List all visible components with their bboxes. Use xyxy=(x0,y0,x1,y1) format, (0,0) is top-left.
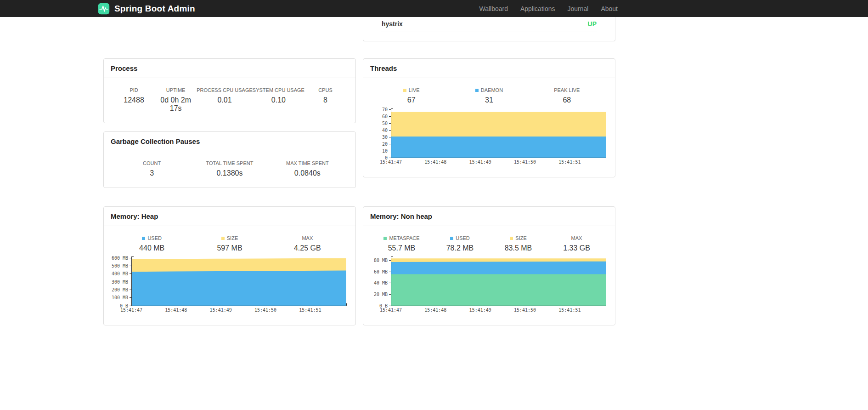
legend-swatch-live xyxy=(403,89,406,92)
svg-text:15:41:50: 15:41:50 xyxy=(514,308,536,313)
metric-label: METASPACE xyxy=(372,235,431,241)
memory-nonheap-panel-title: Memory: Non heap xyxy=(370,212,608,220)
svg-text:60: 60 xyxy=(382,114,388,119)
row-process-threads: Process PID 12488 UPTIME 0d 0h 2m 17s PR… xyxy=(103,58,615,188)
svg-text:15:41:48: 15:41:48 xyxy=(424,159,446,165)
legend-swatch-size xyxy=(221,237,225,240)
metric-label-text: MAX xyxy=(302,235,313,241)
dashboard-content: hystrix UP Process PID 12488 UPTIME xyxy=(103,17,615,325)
application-row-hystrix[interactable]: hystrix UP xyxy=(381,17,597,32)
gc-metrics: COUNT 3 TOTAL TIME SPENT 0.1380s MAX TIM… xyxy=(104,151,355,188)
threads-panel-header: Threads xyxy=(363,59,615,78)
brand[interactable]: Spring Boot Admin xyxy=(98,3,195,15)
metric-label-text: PEAK LIVE xyxy=(554,87,580,93)
svg-text:15:41:50: 15:41:50 xyxy=(254,308,276,313)
metric-value: 55.7 MB xyxy=(372,244,431,252)
svg-text:40: 40 xyxy=(382,128,388,133)
svg-text:200 MB: 200 MB xyxy=(112,287,128,292)
metric-label-text: SIZE xyxy=(227,235,238,241)
application-status-card: hystrix UP xyxy=(363,17,615,41)
top-navbar: Spring Boot Admin Wallboard Applications… xyxy=(0,0,868,17)
metric-gc-count: COUNT 3 xyxy=(113,160,191,177)
svg-text:10: 10 xyxy=(382,148,388,154)
heap-memory-chart: 0 B100 MB200 MB300 MB400 MB500 MB600 MB1… xyxy=(109,254,350,313)
svg-text:15:41:48: 15:41:48 xyxy=(165,308,187,313)
metric-gc-total-time: TOTAL TIME SPENT 0.1380s xyxy=(191,160,268,177)
nav-item-wallboard[interactable]: Wallboard xyxy=(479,5,508,12)
metric-value: 0.0840s xyxy=(269,169,346,177)
nav-item-journal[interactable]: Journal xyxy=(567,5,588,12)
svg-text:15:41:51: 15:41:51 xyxy=(558,308,581,313)
metric-label: UPTIME xyxy=(155,87,197,93)
svg-text:20 MB: 20 MB xyxy=(374,292,388,297)
svg-text:30: 30 xyxy=(382,135,388,140)
svg-text:70: 70 xyxy=(382,107,388,112)
svg-text:100 MB: 100 MB xyxy=(112,295,128,300)
metric-value: 1.33 GB xyxy=(547,244,606,252)
metric-heap-max: MAX 4.25 GB xyxy=(269,235,346,252)
metric-value: 597 MB xyxy=(191,244,268,252)
metric-label-text: USED xyxy=(147,235,162,241)
nav-item-applications[interactable]: Applications xyxy=(520,5,555,12)
metric-value: 0.10 xyxy=(253,96,304,104)
metric-label-text: MAX xyxy=(571,235,582,241)
row-application-card: hystrix UP xyxy=(103,17,615,41)
svg-text:300 MB: 300 MB xyxy=(112,279,128,285)
metric-label: PID xyxy=(113,87,155,93)
gc-pauses-panel-header: Garbage Collection Pauses xyxy=(104,132,355,151)
heap-legend: USED 440 MB SIZE 597 MB MAX xyxy=(104,226,355,252)
process-panel: Process PID 12488 UPTIME 0d 0h 2m 17s PR… xyxy=(103,58,356,123)
nonheap-memory-chart: 0 B20 MB40 MB60 MB80 MB15:41:4715:41:481… xyxy=(369,254,609,313)
left-column-spacer xyxy=(103,17,356,41)
metric-label: PROCESS CPU USAGE xyxy=(197,87,253,93)
metric-threads-live: LIVE 67 xyxy=(372,87,450,104)
nav-item-about[interactable]: About xyxy=(601,5,618,12)
metric-value: 3 xyxy=(113,169,191,177)
metric-value: 8 xyxy=(304,96,346,104)
metric-value: 440 MB xyxy=(113,244,191,252)
metric-value: 68 xyxy=(528,96,606,104)
application-name: hystrix xyxy=(382,20,403,28)
metric-label: SYSTEM CPU USAGE xyxy=(253,87,304,93)
metric-label: LIVE xyxy=(372,87,450,93)
metric-cpus: CPUS 8 xyxy=(304,87,346,113)
metric-value: 31 xyxy=(450,96,528,104)
metric-threads-daemon: DAEMON 31 xyxy=(450,87,528,104)
legend-swatch-used xyxy=(450,237,453,240)
metric-threads-peak-live: PEAK LIVE 68 xyxy=(528,87,606,104)
process-panel-title: Process xyxy=(111,64,349,72)
navbar-links: Wallboard Applications Journal About xyxy=(479,5,618,12)
metric-nonheap-used: USED 78.2 MB xyxy=(431,235,489,252)
spring-boot-admin-logo-icon xyxy=(98,3,110,15)
svg-text:400 MB: 400 MB xyxy=(112,271,128,276)
legend-swatch-metaspace xyxy=(383,237,387,240)
metric-label-text: DAEMON xyxy=(481,87,503,93)
metric-nonheap-size: SIZE 83.5 MB xyxy=(489,235,547,252)
memory-nonheap-panel-header: Memory: Non heap xyxy=(363,207,615,226)
threads-panel-title: Threads xyxy=(370,64,608,72)
metric-label: DAEMON xyxy=(450,87,528,93)
gc-pauses-panel: Garbage Collection Pauses COUNT 3 TOTAL … xyxy=(103,131,356,188)
brand-title: Spring Boot Admin xyxy=(114,4,195,14)
memory-heap-panel-title: Memory: Heap xyxy=(111,212,349,220)
nonheap-chart-area: 0 B20 MB40 MB60 MB80 MB15:41:4715:41:481… xyxy=(363,252,615,325)
metric-system-cpu-usage: SYSTEM CPU USAGE 0.10 xyxy=(253,87,304,113)
memory-heap-panel-header: Memory: Heap xyxy=(104,207,355,226)
svg-text:15:41:49: 15:41:49 xyxy=(469,308,491,313)
metric-value: 78.2 MB xyxy=(431,244,489,252)
metric-label-text: LIVE xyxy=(409,87,420,93)
metric-heap-size: SIZE 597 MB xyxy=(191,235,268,252)
svg-text:15:41:47: 15:41:47 xyxy=(120,308,142,313)
metric-value: 12488 xyxy=(113,96,155,104)
svg-text:15:41:51: 15:41:51 xyxy=(299,308,321,313)
process-metrics: PID 12488 UPTIME 0d 0h 2m 17s PROCESS CP… xyxy=(104,78,355,123)
metric-label: TOTAL TIME SPENT xyxy=(191,160,268,166)
metric-process-cpu-usage: PROCESS CPU USAGE 0.01 xyxy=(197,87,253,113)
legend-swatch-size xyxy=(510,237,513,240)
metric-value: 67 xyxy=(372,96,450,104)
metric-label: COUNT xyxy=(113,160,191,166)
svg-text:15:41:48: 15:41:48 xyxy=(424,308,446,313)
svg-text:50: 50 xyxy=(382,121,388,126)
threads-chart-area: 01020304050607015:41:4715:41:4815:41:491… xyxy=(363,104,615,177)
svg-text:15:41:49: 15:41:49 xyxy=(469,159,491,165)
